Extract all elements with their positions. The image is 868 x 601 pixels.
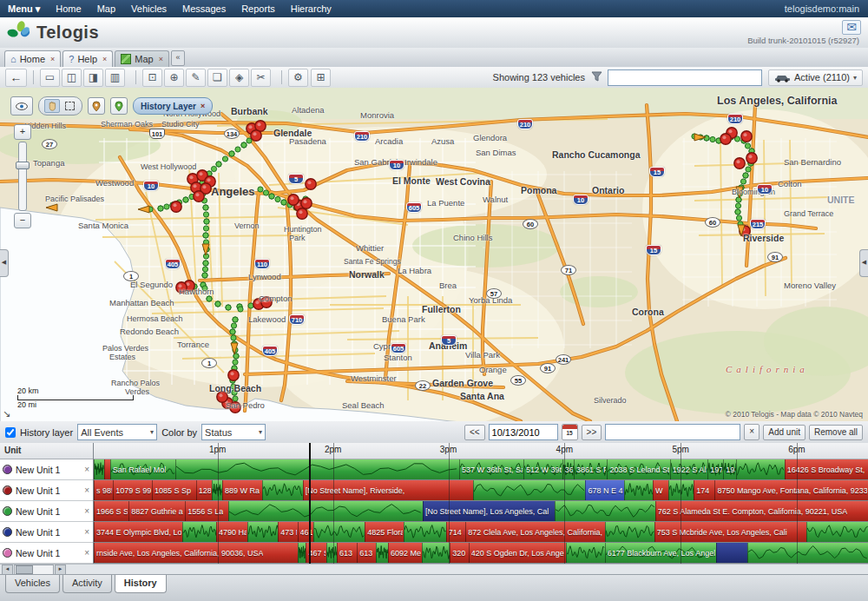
history-layer-chip[interactable]: History Layer ×	[133, 97, 213, 115]
vehicle-event-marker[interactable]	[217, 392, 227, 402]
timeline-segment[interactable]	[668, 480, 694, 500]
history-point[interactable]	[232, 390, 237, 395]
timeline-segment[interactable]: 193	[723, 459, 736, 479]
timeline-segment[interactable]	[298, 543, 306, 563]
history-point[interactable]	[746, 167, 751, 172]
history-point[interactable]	[736, 197, 741, 202]
timeline-segment[interactable]: 512 W 39th St. S	[523, 459, 562, 479]
remove-unit-icon[interactable]: ×	[84, 548, 90, 558]
timeline-segment[interactable]: 613	[357, 543, 375, 563]
history-point[interactable]	[158, 206, 163, 211]
zoom-out-button[interactable]: −	[14, 213, 31, 228]
menu-item-map[interactable]: Map	[89, 3, 123, 14]
timeline-segment[interactable]: 872 Clela Ave, Los Angeles, California, …	[465, 522, 605, 542]
vehicle-search-input[interactable]	[608, 69, 762, 86]
history-point[interactable]	[215, 301, 220, 307]
history-point[interactable]	[203, 226, 208, 231]
remove-unit-icon[interactable]: ×	[84, 465, 90, 474]
timeline-segment[interactable]: 1972	[707, 459, 723, 479]
history-layer-checkbox[interactable]	[5, 427, 16, 438]
history-point[interactable]	[235, 147, 240, 152]
grid-view-icon[interactable]: ▥	[105, 69, 125, 87]
tab-map[interactable]: Map×	[115, 50, 169, 67]
history-point[interactable]	[233, 360, 238, 365]
timeline-segment[interactable]: San Rafael Mol	[110, 459, 175, 479]
history-point[interactable]	[203, 205, 208, 210]
add-unit-button[interactable]: Add unit	[763, 425, 806, 440]
tab-overflow-button[interactable]: «	[171, 50, 185, 66]
timeline-segment[interactable]: 613	[337, 543, 357, 563]
map-canvas[interactable]	[0, 88, 868, 421]
timeline-segment[interactable]: 8827 Guthrie a	[128, 501, 185, 521]
history-point[interactable]	[743, 173, 748, 178]
remove-unit-icon[interactable]: ×	[84, 506, 90, 516]
timeline-segment[interactable]	[94, 459, 104, 479]
scrollbar-thumb[interactable]	[16, 565, 33, 574]
vehicle-event-marker[interactable]	[171, 201, 181, 212]
tab-help[interactable]: ?Help×	[62, 50, 113, 67]
timeline-segment[interactable]	[716, 543, 747, 563]
menu-item-vehicles[interactable]: Vehicles	[123, 3, 174, 14]
events-dropdown[interactable]: All Events ▾	[77, 424, 157, 440]
timeline-segment[interactable]: 1079 S 995	[113, 480, 152, 500]
remove-unit-icon[interactable]: ×	[84, 485, 90, 495]
color-by-dropdown[interactable]: Status ▾	[201, 424, 266, 440]
menu-item-messages[interactable]: Messages	[174, 3, 233, 14]
history-point[interactable]	[745, 143, 750, 149]
history-point[interactable]	[736, 215, 741, 221]
timeline-segment[interactable]: s 985	[94, 480, 113, 500]
history-point[interactable]	[735, 209, 740, 215]
history-point[interactable]	[202, 273, 207, 278]
history-point[interactable]	[202, 267, 207, 272]
bottom-tab-history[interactable]: History	[115, 575, 167, 593]
mail-icon[interactable]: ✉	[842, 20, 861, 35]
close-icon[interactable]: ×	[50, 55, 55, 63]
timeline-segment[interactable]	[262, 480, 302, 500]
history-point[interactable]	[231, 384, 236, 389]
history-point[interactable]	[222, 156, 227, 162]
timeline-segment[interactable]: 889 W Ra	[222, 480, 262, 500]
timeline-segment[interactable]: 1085 S Sp	[152, 480, 196, 500]
history-point[interactable]	[226, 305, 231, 310]
timeline-segment[interactable]	[326, 543, 337, 563]
history-layer-close-icon[interactable]: ×	[201, 102, 205, 110]
drop-pin-tool[interactable]	[88, 97, 105, 115]
history-point[interactable]	[735, 203, 740, 208]
timeline-segment[interactable]	[566, 543, 605, 563]
unit-row[interactable]: New Unit 1×	[0, 501, 93, 522]
timeline-segment[interactable]: 537 W 36th St, San Pedro, Ca	[459, 459, 523, 479]
vehicle-event-marker[interactable]	[251, 130, 261, 141]
history-point[interactable]	[216, 162, 221, 167]
zoom-slider-handle[interactable]	[16, 162, 30, 169]
timeline-segment[interactable]	[624, 480, 653, 500]
remove-unit-icon[interactable]: ×	[84, 527, 90, 537]
history-point[interactable]	[231, 323, 236, 328]
timeline-segment[interactable]: 6092 Metr	[388, 543, 422, 563]
timeline-segment[interactable]: W	[653, 480, 668, 500]
history-point[interactable]	[263, 190, 268, 195]
map-resize-icon[interactable]: ↘	[3, 408, 10, 419]
bottom-tab-vehicles[interactable]: Vehicles	[5, 575, 60, 593]
unit-row[interactable]: New Unit 1×	[0, 543, 93, 564]
vehicle-event-marker[interactable]	[734, 158, 745, 168]
timeline-segment[interactable]: 16426 S Broadway St, Gardena,	[785, 459, 868, 479]
pan-hand-tool[interactable]	[44, 99, 60, 113]
timeline-segment[interactable]	[182, 522, 216, 542]
history-point[interactable]	[230, 329, 235, 334]
zoom-in-button[interactable]: +	[14, 124, 31, 140]
vehicle-event-marker[interactable]	[720, 134, 731, 144]
unit-row[interactable]: New Unit 1×	[0, 459, 93, 480]
history-point[interactable]	[202, 286, 207, 291]
timeline-segment[interactable]: 6177 Blackburn Ave, Los Angeles,	[605, 543, 716, 563]
history-point[interactable]	[710, 136, 715, 142]
timeline-segment[interactable]: [No Street Name], Los Angeles, Cal	[423, 501, 555, 521]
zoom-in-tool-icon[interactable]: ⊕	[164, 69, 184, 87]
timeline-segment[interactable]: 174	[694, 480, 714, 500]
close-icon[interactable]: ×	[159, 55, 163, 63]
remove-all-button[interactable]: Remove all	[809, 425, 863, 440]
active-vehicles-dropdown[interactable]: Active (2110) ▾	[768, 69, 863, 86]
tab-home[interactable]: ⌂Home×	[4, 50, 61, 67]
timeline-segment[interactable]: rnside Ave, Los Angeles, California, 900…	[94, 543, 298, 563]
history-point[interactable]	[204, 219, 209, 224]
timeline-segment[interactable]: 461	[298, 522, 314, 542]
